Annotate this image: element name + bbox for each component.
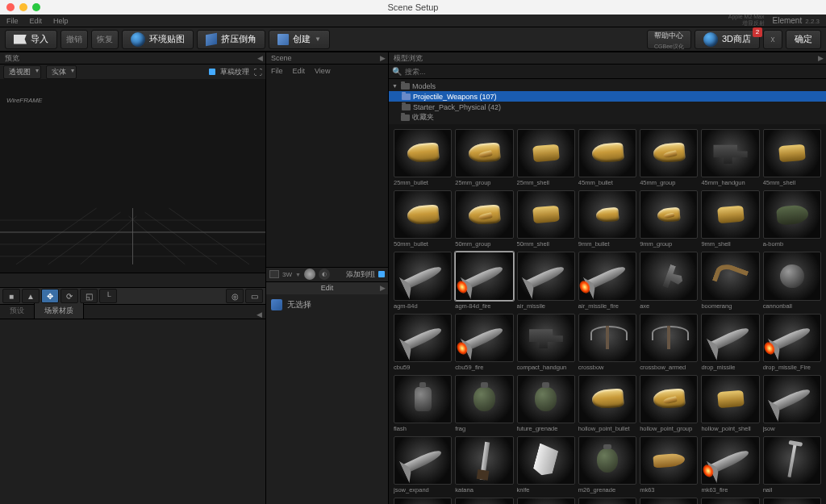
rotate-tool[interactable]: ⟳ [60, 289, 78, 303]
asset-rpg[interactable]: rpg [640, 498, 698, 504]
asset-flash[interactable]: flash [394, 375, 452, 433]
asset-mk63_fire[interactable]: mk63_fire [701, 436, 759, 494]
camera-tool[interactable]: ■ [2, 289, 20, 303]
anchor-tool[interactable]: └ [99, 289, 117, 303]
scene-tree[interactable] [266, 77, 388, 267]
asset-drop_missile_Fire[interactable]: drop_missile_Fire [763, 314, 821, 372]
environment-button[interactable]: 环境贴图 [122, 30, 194, 49]
select-tool[interactable]: ▲ [22, 289, 40, 303]
asset-grid[interactable]: 25mm_bullet25mm_group25mm_shell45mm_bull… [389, 124, 826, 504]
tree-projectile[interactable]: Projectile_Weapons (107) [389, 91, 826, 102]
asset-m26_grenade[interactable]: m26_grenade [578, 436, 636, 494]
asset-a-bomb[interactable]: a-bomb [763, 190, 821, 248]
import-button[interactable]: 导入 [5, 30, 57, 49]
close-window-icon[interactable] [6, 3, 15, 11]
asset-katana[interactable]: katana [455, 436, 513, 494]
asset-hollow_point_bullet[interactable]: hollow_point_bullet [578, 375, 636, 433]
asset-hollow_point_shell[interactable]: hollow_point_shell [701, 375, 759, 433]
asset-50mm_bullet[interactable]: 50mm_bullet [394, 190, 452, 248]
asset-45mm_shell[interactable]: 45mm_shell [763, 129, 821, 187]
preview-viewport[interactable]: WireFRAME [0, 79, 265, 273]
asset-9mm_bullet[interactable]: 9mm_bullet [578, 190, 636, 248]
asset-axe[interactable]: axe [640, 252, 698, 310]
shade-dropdown[interactable]: 实体 [46, 65, 77, 79]
menu-help[interactable]: Help [53, 17, 69, 25]
asset-air_missile[interactable]: air_missile [517, 252, 575, 310]
asset-boomerang[interactable]: boomerang [701, 252, 759, 310]
asset-air_missile_fire[interactable]: air_missile_fire [578, 252, 636, 310]
expand-icon[interactable]: ⛶ [254, 68, 262, 77]
move-tool[interactable]: ✥ [41, 289, 59, 303]
scene-menu-file[interactable]: File [271, 67, 283, 75]
sun-icon[interactable] [304, 269, 315, 280]
light-icon[interactable]: ◐ [319, 269, 330, 280]
asset-agm-84d[interactable]: agm-84d [394, 252, 452, 310]
scene-menu-view[interactable]: View [315, 67, 330, 75]
ok-button[interactable]: 确定 [786, 30, 821, 49]
asset-jsow_expand[interactable]: jsow_expand [394, 436, 452, 494]
asset-rifle_bullet[interactable]: rifle_bullet [455, 498, 513, 504]
store-button[interactable]: 3D商店 2 [695, 30, 760, 49]
asset-compact_handgun[interactable]: compact_handgun [517, 314, 575, 372]
asset-cbu59_fire[interactable]: cbu59_fire [455, 314, 513, 372]
collapse-icon[interactable]: ▶ [818, 54, 824, 62]
close-button[interactable]: x [763, 30, 782, 49]
tree-starter[interactable]: Starter_Pack_Physical (42) [389, 102, 826, 112]
asset-mk63[interactable]: mk63 [640, 436, 698, 494]
asset-25mm_bullet[interactable]: 25mm_bullet [394, 129, 452, 187]
collapse-icon[interactable]: ▶ [380, 284, 386, 292]
collapse-icon[interactable]: ◀ [253, 310, 265, 319]
asset-9mm_group[interactable]: 9mm_group [640, 190, 698, 248]
collapse-icon[interactable]: ▶ [380, 54, 386, 62]
asset-pipe_bomb[interactable]: pipe_bomb [394, 498, 452, 504]
asset-crossbow[interactable]: crossbow [578, 314, 636, 372]
asset-screw[interactable]: screw [701, 498, 759, 504]
asset-25mm_group[interactable]: 25mm_group [455, 129, 513, 187]
asset-nail[interactable]: nail [763, 436, 821, 494]
asset-agm-84d_fire[interactable]: agm-84d_fire [455, 252, 513, 310]
search-input[interactable] [405, 68, 823, 76]
add-group-button[interactable] [378, 271, 385, 277]
asset-hollow_point_group[interactable]: hollow_point_group [640, 375, 698, 433]
menu-file[interactable]: File [6, 17, 19, 25]
display-tool[interactable]: ▭ [245, 289, 263, 303]
asset-frag[interactable]: frag [455, 375, 513, 433]
chevron-down-icon[interactable]: ▼ [295, 272, 301, 277]
view-dropdown[interactable]: 透视图 [3, 65, 41, 79]
scale-tool[interactable]: ◱ [80, 289, 98, 303]
extrude-button[interactable]: 挤压倒角 [197, 30, 265, 49]
asset-cbu59[interactable]: cbu59 [394, 314, 452, 372]
undo-button[interactable]: 撤销 [60, 30, 88, 49]
asset-rifle_bullet_group[interactable]: rifle_bullet_group [517, 498, 575, 504]
asset-50mm_group[interactable]: 50mm_group [455, 190, 513, 248]
asset-jsow[interactable]: jsow [763, 375, 821, 433]
asset-9mm_shell[interactable]: 9mm_shell [701, 190, 759, 248]
asset-drop_missile[interactable]: drop_missile [701, 314, 759, 372]
maximize-window-icon[interactable] [32, 3, 40, 11]
camera-icon[interactable] [269, 270, 279, 278]
tree-models[interactable]: ▼ Models [389, 81, 826, 91]
disclosure-icon[interactable]: ▼ [392, 83, 398, 89]
tree-favorites[interactable]: 收藏夹 [389, 112, 826, 123]
asset-shell[interactable]: shell [763, 498, 821, 504]
tab-preset[interactable]: 预设 [0, 303, 35, 319]
scene-menu-edit[interactable]: Edit [293, 67, 306, 75]
asset-future_grenade[interactable]: future_grenade [517, 375, 575, 433]
asset-50mm_shell[interactable]: 50mm_shell [517, 190, 575, 248]
asset-45mm_handgun[interactable]: 45mm_handgun [701, 129, 759, 187]
redo-button[interactable]: 恢复 [91, 30, 119, 49]
asset-knife[interactable]: knife [517, 436, 575, 494]
draft-toggle-icon[interactable] [209, 69, 215, 75]
asset-rifle_bullet_shell[interactable]: rifle_bullet_shell [578, 498, 636, 504]
menu-edit[interactable]: Edit [30, 17, 43, 25]
target-tool[interactable]: ◎ [226, 289, 244, 303]
help-center-button[interactable]: 帮助中心 CGBee汉化 [647, 30, 691, 49]
asset-25mm_shell[interactable]: 25mm_shell [517, 129, 575, 187]
collapse-icon[interactable]: ◀ [257, 54, 263, 62]
create-button[interactable]: 创建 ▼ [269, 30, 330, 49]
minimize-window-icon[interactable] [19, 3, 27, 11]
asset-cannonball[interactable]: cannonball [763, 252, 821, 310]
asset-45mm_bullet[interactable]: 45mm_bullet [578, 129, 636, 187]
asset-45mm_group[interactable]: 45mm_group [640, 129, 698, 187]
tab-scene-material[interactable]: 场景材质 [35, 303, 84, 319]
